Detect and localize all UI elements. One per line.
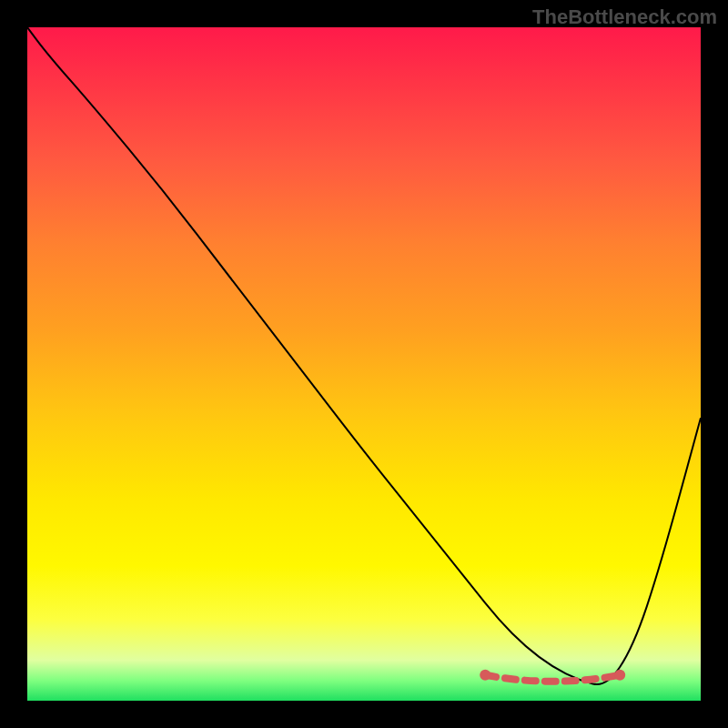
watermark-text: TheBottleneck.com xyxy=(532,5,717,29)
chart-container: TheBottleneck.com xyxy=(0,0,728,728)
curve-svg xyxy=(27,27,701,701)
trough-dot-left xyxy=(480,670,490,681)
plot-area xyxy=(27,27,701,701)
trough-dot-right xyxy=(614,670,625,681)
trough-highlight xyxy=(485,675,620,682)
bottleneck-curve xyxy=(27,27,701,684)
